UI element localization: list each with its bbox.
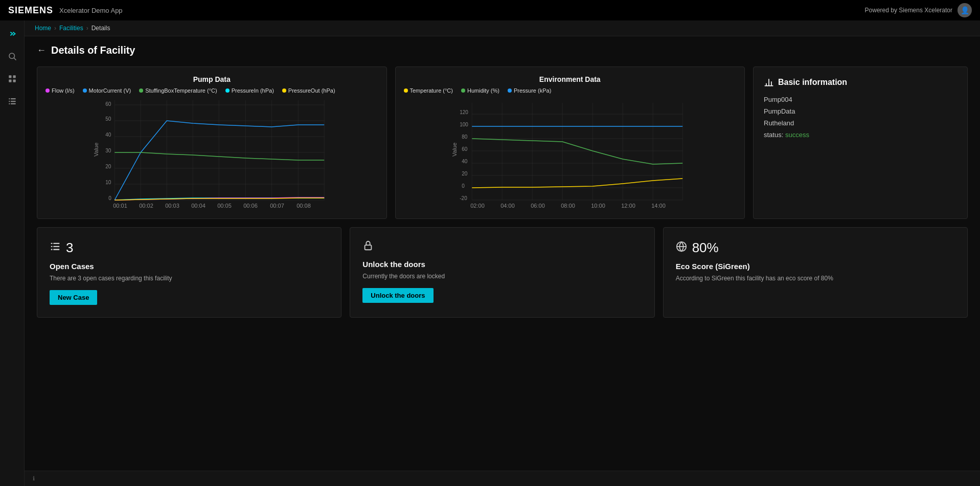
- svg-text:20: 20: [105, 164, 111, 169]
- eco-score-description: According to SiGreen this facility has a…: [676, 275, 955, 282]
- svg-rect-7: [11, 98, 16, 99]
- page-content: ← Details of Facility Pump Data Flow (l/…: [25, 36, 980, 471]
- svg-text:-20: -20: [460, 195, 467, 201]
- main-layout: Home › Facilities › Details ← Details of…: [0, 20, 980, 486]
- sidebar-dashboard-icon[interactable]: [3, 70, 21, 88]
- svg-rect-9: [11, 101, 16, 102]
- back-button[interactable]: ←: [37, 45, 46, 56]
- sidebar-list-icon[interactable]: [3, 92, 21, 111]
- basic-info-card: Basic information Pump004 PumpData Ruthe…: [753, 67, 968, 219]
- svg-rect-6: [9, 98, 10, 99]
- svg-rect-89: [365, 245, 372, 250]
- svg-rect-85: [51, 246, 53, 247]
- topbar-right: Powered by Siemens Xcelerator 👤: [865, 3, 972, 17]
- svg-rect-10: [9, 103, 10, 104]
- env-chart-title: Environment Data: [404, 75, 737, 83]
- globe-svg-icon: [676, 241, 687, 252]
- new-case-button[interactable]: New Case: [50, 290, 97, 305]
- env-chart-svg: -20 0 20 40 60 80 100 120: [404, 98, 737, 210]
- legend-flow: Flow (l/s): [45, 87, 75, 94]
- breadcrumb-sep-2: ›: [86, 25, 88, 32]
- sidebar-search-icon[interactable]: [3, 47, 21, 65]
- svg-text:40: 40: [462, 159, 468, 164]
- svg-rect-4: [9, 80, 11, 82]
- svg-text:60: 60: [105, 101, 111, 107]
- lock-svg-icon: [362, 240, 374, 251]
- svg-text:40: 40: [105, 132, 111, 138]
- open-cases-card: 3 Open Cases There are 3 open cases rega…: [37, 227, 341, 318]
- svg-text:14:00: 14:00: [651, 203, 666, 209]
- env-chart-container: -20 0 20 40 60 80 100 120: [404, 98, 737, 210]
- eco-score-card: 80% Eco Score (SiGreen) According to SiG…: [663, 227, 968, 318]
- unlock-doors-header: [362, 240, 642, 254]
- svg-text:00:02: 00:02: [139, 203, 153, 209]
- legend-motor-current: MotorCurrent (V): [83, 87, 131, 94]
- siemens-logo: SIEMENS: [8, 5, 53, 16]
- pump-chart-svg: 0 10 20 30 40 50 60: [45, 98, 378, 210]
- breadcrumb-home[interactable]: Home: [35, 25, 51, 32]
- svg-text:00:07: 00:07: [270, 203, 284, 209]
- svg-text:00:04: 00:04: [191, 203, 206, 209]
- legend-pressure-in: PressureIn (hPa): [225, 87, 274, 94]
- svg-rect-5: [13, 80, 15, 82]
- breadcrumb: Home › Facilities › Details: [25, 20, 980, 36]
- svg-rect-84: [53, 243, 59, 244]
- open-cases-count: 3: [66, 240, 73, 256]
- svg-rect-86: [53, 246, 59, 247]
- svg-text:0: 0: [462, 183, 465, 189]
- svg-text:06:00: 06:00: [531, 203, 545, 209]
- env-chart-legend: Temperature (°C) Humidity (%) Pressure (…: [404, 87, 737, 94]
- open-cases-description: There are 3 open cases regarding this fa…: [50, 275, 329, 282]
- open-cases-title: Open Cases: [50, 262, 329, 271]
- svg-text:00:03: 00:03: [165, 203, 179, 209]
- unlock-doors-card: Unlock the doors Currently the doors are…: [350, 227, 654, 318]
- breadcrumb-facilities[interactable]: Facilities: [59, 25, 83, 32]
- svg-rect-8: [9, 101, 10, 102]
- legend-temperature: Temperature (°C): [404, 87, 453, 94]
- svg-text:00:06: 00:06: [243, 203, 258, 209]
- footer: ℹ: [25, 471, 980, 486]
- breadcrumb-sep-1: ›: [54, 25, 56, 32]
- svg-text:Value: Value: [93, 143, 99, 157]
- powered-by-label: Powered by Siemens Xcelerator: [865, 7, 952, 14]
- topbar: SIEMENS Xcelerator Demo App Powered by S…: [0, 0, 980, 20]
- svg-point-0: [9, 53, 15, 59]
- svg-text:10: 10: [105, 180, 111, 185]
- unlock-doors-description: Currently the doors are locked: [362, 273, 642, 280]
- unlock-doors-button[interactable]: Unlock the doors: [362, 288, 433, 303]
- pump-chart-card: Pump Data Flow (l/s) MotorCurrent (V): [37, 67, 387, 219]
- topbar-left: SIEMENS Xcelerator Demo App: [8, 5, 123, 16]
- svg-text:02:00: 02:00: [470, 203, 485, 209]
- bottom-row: 3 Open Cases There are 3 open cases rega…: [37, 227, 968, 318]
- svg-text:00:08: 00:08: [297, 203, 311, 209]
- cases-icon: [50, 241, 61, 255]
- charts-row: Pump Data Flow (l/s) MotorCurrent (V): [37, 67, 968, 219]
- svg-rect-11: [11, 103, 16, 104]
- svg-text:100: 100: [460, 122, 468, 127]
- svg-text:04:00: 04:00: [500, 203, 515, 209]
- svg-rect-19: [115, 100, 324, 200]
- svg-text:08:00: 08:00: [561, 203, 575, 209]
- sidebar-collapse-icon[interactable]: [3, 25, 21, 43]
- page-header: ← Details of Facility: [37, 45, 968, 56]
- unlock-doors-title: Unlock the doors: [362, 260, 642, 269]
- page-title: Details of Facility: [51, 45, 135, 56]
- legend-humidity: Humidity (%): [461, 87, 499, 94]
- svg-text:20: 20: [462, 171, 468, 176]
- basic-info-location: Rutheland: [764, 119, 957, 127]
- content: Home › Facilities › Details ← Details of…: [25, 20, 980, 486]
- pump-chart-container: 0 10 20 30 40 50 60: [45, 98, 378, 210]
- svg-text:00:05: 00:05: [217, 203, 232, 209]
- list-icon: [50, 241, 61, 252]
- eco-score-value: 80%: [692, 240, 719, 256]
- svg-rect-2: [9, 75, 11, 78]
- info-icon: ℹ: [33, 475, 35, 482]
- legend-stuffing-box: StuffingBoxTemperature (°C): [139, 87, 217, 94]
- svg-rect-87: [51, 249, 53, 250]
- lock-icon: [362, 240, 374, 254]
- legend-pressure-kpa: Pressure (kPa): [508, 87, 551, 94]
- svg-text:50: 50: [105, 116, 111, 122]
- basic-info-header: Basic information: [764, 77, 957, 87]
- user-avatar[interactable]: 👤: [958, 3, 972, 17]
- open-cases-header: 3: [50, 240, 329, 256]
